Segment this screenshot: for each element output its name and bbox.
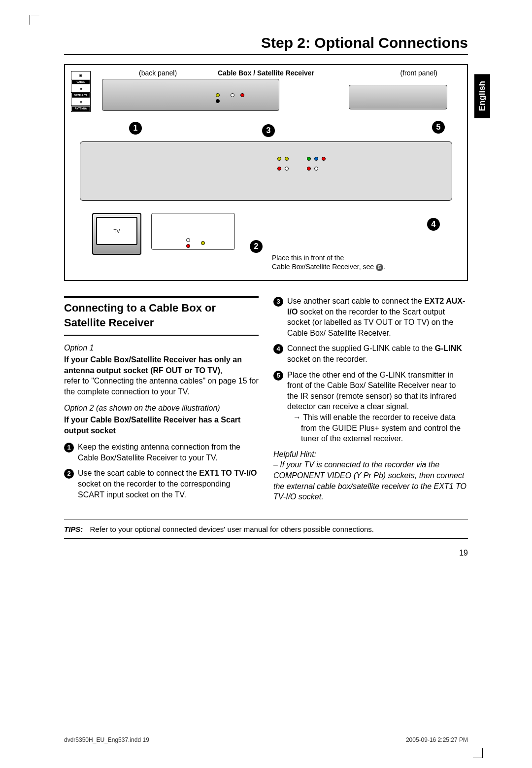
diagram-recorder: [80, 141, 452, 201]
right-column: 3 Use another scart cable to connect the…: [273, 296, 468, 505]
diagram-cablebox-label: Cable Box / Satellite Receiver: [218, 69, 314, 77]
tips-text: Refer to your optional connected devices…: [90, 525, 374, 533]
step-5-arrow: → This will enable the recorder to recei…: [287, 412, 468, 444]
step-number-icon: 4: [273, 344, 283, 354]
step-5: 5 Place the other end of the G-LINK tran…: [273, 370, 468, 444]
connection-diagram: Cable Box / Satellite Receiver (back pan…: [64, 64, 468, 281]
crop-mark: [30, 15, 39, 25]
step-number-icon: 3: [273, 297, 283, 307]
step-1: 1 Keep the existing antenna connection f…: [64, 442, 259, 463]
step-3: 3 Use another scart cable to connect the…: [273, 296, 468, 338]
diagram-bubble-1: 1: [129, 122, 142, 135]
tips-label: TIPS:: [64, 525, 83, 533]
section-heading: Connecting to a Cable Box or Satellite R…: [64, 296, 259, 336]
page-title: Step 2: Optional Connections: [64, 35, 468, 55]
diagram-bubble-3: 3: [262, 124, 275, 137]
diagram-tv-back: [151, 213, 235, 250]
diagram-bubble-5: 5: [432, 121, 445, 134]
left-column: Connecting to a Cable Box or Satellite R…: [64, 296, 259, 505]
option1-label: Option 1: [64, 343, 259, 353]
hint-heading: Helpful Hint:: [273, 449, 468, 460]
footer-timestamp: 2005-09-16 2:25:27 PM: [406, 736, 468, 743]
footer-filename: dvdr5350H_EU_Eng537.indd 19: [64, 736, 149, 743]
diagram-backpanel-label: (back panel): [139, 69, 177, 77]
hint-text: – If your TV is connected to the recorde…: [273, 459, 468, 502]
step-2: 2 Use the scart cable to connect the EXT…: [64, 468, 259, 500]
option1-text: If your Cable Box/Satellite Receiver has…: [64, 354, 259, 397]
diagram-source-sidebar: ▣ CABLE ◉ SATELLITE ⟰ ANTENNA: [71, 71, 91, 112]
step-number-icon: 2: [64, 469, 74, 479]
diagram-cablebox-front: [349, 85, 447, 109]
step-4: 4 Connect the supplied G-LINK cable to t…: [273, 343, 468, 364]
tips-bar: TIPS: Refer to your optional connected d…: [64, 520, 468, 539]
diagram-tv: TV: [92, 213, 141, 255]
text-columns: Connecting to a Cable Box or Satellite R…: [64, 296, 468, 505]
step-number-icon: 5: [273, 371, 283, 381]
diagram-cablebox-back: [102, 79, 279, 111]
option2-label: Option 2 (as shown on the above illustra…: [64, 403, 259, 414]
step-number-icon: 1: [64, 443, 74, 453]
diagram-frontpanel-label: (front panel): [400, 69, 437, 77]
diagram-glink-note: Place this in front of the Cable Box/Sat…: [272, 253, 385, 271]
diagram-bubble-2: 2: [250, 240, 263, 253]
page-content: Step 2: Optional Connections Cable Box /…: [64, 35, 468, 709]
diagram-bubble-4: 4: [427, 218, 440, 231]
page-number: 19: [64, 549, 468, 558]
option2-bold: If your Cable Box/Satellite Receiver has…: [64, 415, 259, 436]
footer: dvdr5350H_EU_Eng537.indd 19 2005-09-16 2…: [64, 736, 468, 743]
language-tab: English: [474, 74, 490, 118]
crop-mark: [473, 748, 483, 758]
